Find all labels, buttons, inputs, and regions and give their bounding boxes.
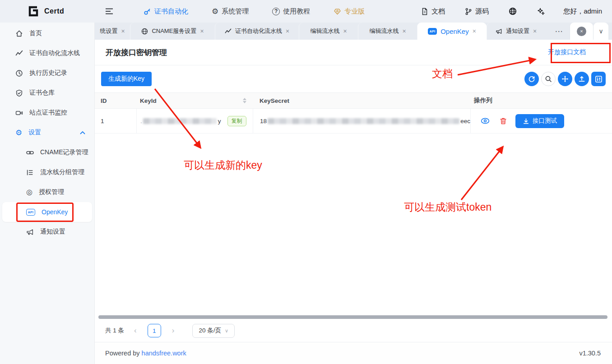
- home-icon: [15, 30, 23, 37]
- column-label: KeyId: [140, 97, 157, 104]
- next-page-icon[interactable]: ›: [168, 326, 178, 335]
- pulse-line-icon: [15, 50, 23, 57]
- tab-notifications[interactable]: 通知设置 ×: [487, 23, 545, 40]
- ai-sparkles-icon[interactable]: [527, 7, 555, 16]
- tab-cert-pipelines[interactable]: 证书自动化流水线 ×: [215, 23, 299, 40]
- key-icon: [144, 8, 151, 15]
- sidebar-item-home[interactable]: 首页: [0, 23, 94, 43]
- sidebar-item-label: 证书仓库: [29, 89, 55, 97]
- close-all-tabs-button[interactable]: ×: [570, 23, 593, 40]
- tabs-more-icon[interactable]: ⋯: [548, 23, 570, 40]
- tab-close-icon[interactable]: ×: [533, 28, 537, 34]
- tab-openkey[interactable]: API OpenKey ×: [417, 23, 487, 40]
- list-group-icon: [26, 169, 34, 176]
- api-test-label: 接口测试: [533, 117, 557, 125]
- megaphone-icon: [26, 228, 34, 236]
- sidebar-item-cert-store[interactable]: 证书仓库: [0, 83, 94, 103]
- user-greeting[interactable]: 您好，admin: [563, 7, 602, 16]
- collapse-sidebar-icon[interactable]: [105, 8, 114, 15]
- generate-key-button[interactable]: 生成新的Key: [101, 72, 152, 86]
- sidebar-item-settings[interactable]: ⚙ 设置: [0, 123, 94, 143]
- sidebar: 首页 证书自动化流水线 执行历史记录 证书仓库 站点证书监控 ⚙ 设置 CNAM…: [0, 23, 95, 364]
- sidebar-item-cname-records[interactable]: CNAME记录管理: [0, 143, 94, 162]
- tab-edit-pipeline-2[interactable]: 编辑流水线 ×: [358, 23, 417, 40]
- column-header-id[interactable]: ID: [95, 97, 136, 104]
- pulse-line-icon: [225, 28, 232, 35]
- shield-check-icon: [15, 89, 23, 97]
- api-icon: API: [26, 209, 35, 216]
- compact-size-button[interactable]: [558, 72, 572, 86]
- page-number-button[interactable]: 1: [148, 324, 161, 337]
- refresh-button[interactable]: [524, 72, 539, 86]
- sort-icon[interactable]: [243, 98, 246, 103]
- column-header-keyid[interactable]: KeyId: [136, 93, 253, 108]
- tab-edit-pipeline-1[interactable]: 编辑流水线 ×: [299, 23, 358, 40]
- tab-label: 编辑流水线: [310, 27, 339, 35]
- redacted-keyid: [143, 118, 217, 124]
- top-menu-system[interactable]: ⚙ 系统管理: [200, 0, 260, 23]
- sidebar-item-history[interactable]: 执行历史记录: [0, 63, 94, 83]
- keysecret-prefix: 18: [260, 118, 267, 124]
- top-menu-tutorial[interactable]: ? 使用教程: [260, 0, 322, 23]
- tab-close-icon[interactable]: ×: [121, 28, 125, 34]
- pagination: 共 1 条 ‹ 1 › 20 条/页 ∨: [95, 320, 612, 341]
- handsfree-link[interactable]: handsfree.work: [142, 350, 186, 357]
- cell-keysecret: 18 eec: [253, 109, 470, 133]
- topbar: Certd 证书自动化 ⚙ 系统管理 ? 使用教程 专业版: [0, 0, 612, 23]
- top-menu: 证书自动化 ⚙ 系统管理 ? 使用教程 专业版: [132, 0, 376, 23]
- sidebar-item-pipeline-groups[interactable]: 流水线分组管理: [0, 162, 94, 182]
- powered-by-text: Powered by: [105, 350, 140, 357]
- open-api-doc-link[interactable]: 开放接口文档: [548, 48, 605, 56]
- sidebar-item-notifications[interactable]: 通知设置: [0, 222, 94, 242]
- megaphone-icon: [496, 28, 502, 35]
- tab-settings-partial[interactable]: 统设置 ×: [95, 23, 130, 40]
- history-clock-icon: [15, 69, 23, 77]
- tab-label: 证书自动化流水线: [235, 27, 282, 35]
- toolbar: 生成新的Key: [95, 65, 612, 92]
- column-header-keysecret[interactable]: KeySecret: [253, 93, 470, 108]
- video-camera-icon: [15, 109, 23, 117]
- tab-close-icon[interactable]: ×: [402, 28, 406, 34]
- doc-link-top[interactable]: 文档: [411, 7, 455, 16]
- source-link-top[interactable]: 源码: [455, 7, 499, 16]
- tab-close-icon[interactable]: ×: [200, 28, 204, 34]
- delete-trash-icon[interactable]: [500, 117, 507, 125]
- main-content: 统设置 × CNAME服务设置 × 证书自动化流水线 × 编辑流水线 × 编辑流…: [95, 23, 612, 364]
- tab-cname-service[interactable]: CNAME服务设置 ×: [130, 23, 215, 40]
- sidebar-item-label: 通知设置: [40, 228, 65, 236]
- tabs-dropdown-icon[interactable]: ∨: [593, 23, 608, 40]
- search-button[interactable]: [541, 72, 556, 86]
- export-button[interactable]: [575, 72, 589, 86]
- column-settings-button[interactable]: [591, 72, 606, 86]
- sidebar-item-openkey[interactable]: API OpenKey: [2, 202, 92, 222]
- top-menu-cert-automation[interactable]: 证书自动化: [132, 0, 200, 23]
- tab-label: 通知设置: [506, 27, 529, 35]
- top-menu-label: 系统管理: [222, 7, 249, 16]
- gem-icon: [334, 8, 341, 15]
- sidebar-item-pipelines[interactable]: 证书自动化流水线: [0, 43, 94, 63]
- horizontal-scrollbar[interactable]: [98, 315, 607, 319]
- tab-label: CNAME服务设置: [152, 27, 196, 35]
- tab-close-icon[interactable]: ×: [286, 28, 289, 34]
- gear-icon: ⚙: [212, 8, 218, 15]
- page-size-select[interactable]: 20 条/页 ∨: [192, 324, 235, 338]
- sidebar-item-authorization[interactable]: ◎ 授权管理: [0, 182, 94, 202]
- table-tools: [524, 72, 606, 86]
- tab-close-icon[interactable]: ×: [343, 28, 347, 34]
- view-eye-icon[interactable]: [481, 117, 490, 124]
- language-globe-icon[interactable]: [499, 7, 527, 15]
- tab-label: 编辑流水线: [369, 27, 399, 35]
- sidebar-item-label: 执行历史记录: [29, 69, 67, 77]
- page-size-value: 20 条/页: [199, 327, 222, 335]
- table-row: 1 . y 复制 18 eec 接口测试: [95, 109, 612, 134]
- cell-keyid: . y 复制: [136, 109, 253, 133]
- prev-page-icon[interactable]: ‹: [130, 326, 140, 335]
- link-icon: [26, 149, 34, 157]
- api-test-button[interactable]: 接口测试: [515, 114, 564, 128]
- tab-close-icon[interactable]: ×: [473, 28, 476, 34]
- keyid-suffix: y: [218, 118, 221, 124]
- top-menu-pro[interactable]: 专业版: [322, 0, 376, 23]
- sidebar-item-site-monitor[interactable]: 站点证书监控: [0, 103, 94, 123]
- copy-tag-button[interactable]: 复制: [227, 116, 246, 126]
- brand[interactable]: Certd: [26, 5, 85, 18]
